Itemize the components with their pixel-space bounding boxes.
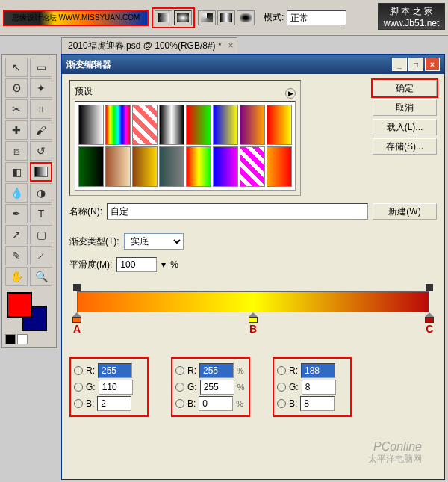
preset-swatch[interactable] (267, 105, 292, 145)
preset-swatch[interactable] (105, 146, 131, 187)
preset-swatch[interactable] (240, 146, 265, 187)
watermark-pconline-cn: 太平洋电脑网 (368, 453, 422, 466)
rgb-label-G: G: (86, 382, 96, 392)
presets-flyout-icon[interactable]: ▶ (285, 88, 296, 99)
watermark-line1: 脚 本 之 家 (390, 5, 433, 18)
preset-swatch[interactable] (159, 146, 184, 187)
preset-swatch-grid (75, 101, 296, 191)
wand-tool[interactable]: ✦ (30, 78, 52, 98)
pen-tool[interactable]: ✒ (5, 204, 28, 223)
swap-colors-icon[interactable] (17, 334, 28, 344)
close-icon[interactable]: × (228, 40, 234, 51)
rgb-input-G[interactable] (302, 380, 336, 395)
shape-tool[interactable]: ▢ (30, 225, 52, 244)
radio-R[interactable] (277, 366, 286, 375)
ok-button[interactable]: 确定 (373, 80, 437, 96)
maximize-button[interactable]: □ (408, 58, 423, 71)
stamp-tool[interactable]: ⧈ (5, 141, 28, 161)
forum-logo: 思缘设计论坛 WWW.MISSYUAN.COM (3, 10, 149, 26)
close-button[interactable]: × (425, 58, 440, 71)
stop-label-B: B (249, 323, 257, 335)
opacity-stop-left[interactable] (73, 284, 81, 291)
angle-gradient-btn[interactable] (198, 10, 216, 25)
zoom-tool[interactable]: 🔍 (30, 267, 52, 286)
load-button[interactable]: 载入(L)... (373, 119, 437, 135)
preset-swatch[interactable] (213, 105, 238, 145)
path-tool[interactable]: ↗ (5, 225, 28, 244)
preset-swatch[interactable] (267, 146, 292, 187)
color-stop-B[interactable] (249, 312, 258, 323)
reflected-gradient-btn[interactable] (217, 10, 235, 25)
notes-tool[interactable]: ✎ (5, 246, 28, 265)
preset-swatch[interactable] (105, 105, 131, 145)
marquee-tool[interactable]: ▭ (30, 58, 52, 77)
dodge-tool[interactable]: ◑ (30, 183, 52, 203)
preset-swatch[interactable] (240, 105, 265, 145)
blur-tool[interactable]: 💧 (5, 183, 28, 203)
smoothness-input[interactable] (116, 257, 157, 272)
radio-G[interactable] (277, 383, 286, 392)
rgb-input-G[interactable] (200, 380, 234, 395)
rgb-label-B: B: (187, 398, 196, 409)
rgb-input-R[interactable] (98, 363, 132, 378)
radio-G[interactable] (74, 383, 83, 392)
preset-swatch[interactable] (132, 105, 158, 145)
rgb-label-R: R: (86, 365, 95, 376)
lasso-tool[interactable]: ʘ (5, 78, 28, 98)
rgb-input-R[interactable] (301, 363, 335, 378)
color-stop-A[interactable] (72, 312, 81, 323)
new-button[interactable]: 新建(W) (373, 203, 437, 220)
preset-swatch[interactable] (78, 105, 104, 145)
preset-swatch[interactable] (78, 146, 104, 187)
rgb-input-B[interactable] (300, 396, 335, 411)
radio-B[interactable] (277, 399, 286, 408)
gradient-tool[interactable] (30, 162, 52, 182)
diamond-gradient-btn[interactable] (237, 10, 255, 25)
rgb-input-G[interactable] (99, 380, 133, 395)
foreground-color-swatch[interactable] (7, 292, 32, 318)
cancel-button[interactable]: 取消 (373, 99, 437, 116)
crop-tool[interactable]: ✂ (5, 99, 28, 119)
minimize-button[interactable]: _ (392, 58, 407, 71)
radio-G[interactable] (175, 383, 184, 392)
preset-swatch[interactable] (132, 146, 158, 187)
brush-tool[interactable]: 🖌 (30, 120, 52, 140)
document-tab[interactable]: 2010福虎迎春.psd @ 100%(RGB/8#) * × (61, 37, 237, 54)
gradient-type-select[interactable]: 实底 (124, 233, 184, 250)
heal-tool[interactable]: ✚ (5, 120, 28, 140)
preset-swatch[interactable] (186, 105, 211, 145)
blend-mode-select[interactable]: 正常 (287, 10, 346, 25)
smoothness-label: 平滑度(M): (69, 259, 112, 271)
color-swatches (5, 292, 53, 330)
gradient-bar[interactable]: ABC (69, 290, 437, 335)
preset-swatch[interactable] (213, 146, 238, 187)
radio-R[interactable] (175, 366, 184, 375)
preset-swatch[interactable] (186, 146, 211, 187)
preset-swatch[interactable] (159, 105, 184, 145)
default-colors-icon[interactable] (5, 334, 16, 344)
smoothness-dropdown-icon[interactable]: ▾ (161, 259, 166, 270)
opacity-stop-right[interactable] (426, 284, 433, 291)
radio-R[interactable] (74, 366, 83, 375)
rgb-input-B[interactable] (97, 396, 131, 411)
radio-B[interactable] (175, 399, 184, 408)
linear-gradient-btn[interactable] (155, 10, 172, 25)
color-stop-C[interactable] (425, 312, 434, 323)
gradient-name-input[interactable] (107, 203, 368, 220)
watermark-line2: www.Jb51.net (384, 18, 440, 28)
eraser-tool[interactable]: ◧ (5, 162, 28, 182)
radial-gradient-btn[interactable] (174, 10, 192, 25)
type-tool[interactable]: T (30, 204, 52, 223)
history-brush-tool[interactable]: ↺ (30, 141, 52, 161)
move-tool[interactable]: ↖ (5, 58, 28, 77)
rgb-input-B[interactable] (199, 396, 233, 411)
hand-tool[interactable]: ✋ (5, 267, 28, 286)
dialog-titlebar[interactable]: 渐变编辑器 _ □ × (62, 55, 444, 74)
slice-tool[interactable]: ⌗ (30, 99, 52, 119)
gradient-preview[interactable] (77, 291, 429, 312)
save-button[interactable]: 存储(S)... (373, 138, 437, 155)
radio-B[interactable] (74, 399, 83, 408)
rgb-input-R[interactable] (199, 363, 234, 378)
rgb-label-B: B: (86, 398, 94, 409)
eyedropper-tool[interactable]: ⟋ (30, 246, 52, 265)
